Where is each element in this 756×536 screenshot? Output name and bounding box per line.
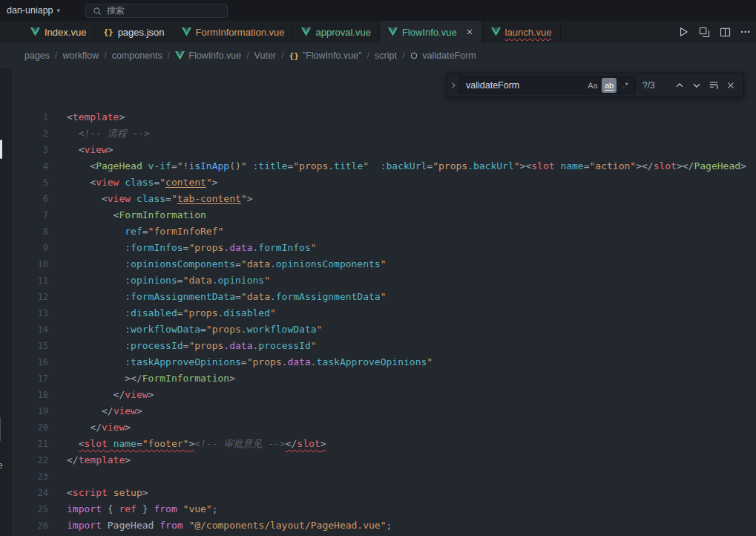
breadcrumb-validateform[interactable]: validateForm (410, 50, 476, 61)
titlebar-search[interactable]: 搜索 (85, 4, 228, 18)
breadcrumb-separator: / (246, 50, 249, 61)
breadcrumb-flowinfo-vue[interactable]: {}"FlowInfo.vue" (289, 50, 362, 61)
code-line-1[interactable]: 1<template> (0, 109, 756, 125)
find-close-button[interactable] (723, 77, 739, 94)
breadcrumb-separator: / (281, 50, 283, 61)
find-next-button[interactable] (688, 77, 705, 94)
toggle-replace-icon[interactable] (447, 73, 459, 97)
breadcrumb-separator: / (168, 50, 170, 61)
breadcrumb-flowinfo-vue[interactable]: FlowInfo.vue (175, 50, 241, 61)
code-line-21[interactable]: 21 <slot name="footer"><!-- 审批意见 --></sl… (0, 436, 756, 452)
regex-button[interactable]: .* (618, 78, 633, 93)
find-results-count: ?/3 (642, 80, 662, 91)
method-icon (410, 51, 418, 60)
code-line-15[interactable]: 15 :processId="props.data.processId" (0, 338, 756, 354)
workspace-menu[interactable]: dan-uniapp ▾ (0, 0, 67, 21)
code-line-16[interactable]: 16 :taskApproveOpinions="props.data.task… (0, 354, 756, 370)
breadcrumb-separator: / (402, 50, 404, 61)
find-widget: validateForm Aa ab .* ?/3 (447, 73, 744, 97)
sidebar-clipped-text: e (0, 460, 3, 471)
json-icon: {} (103, 27, 113, 37)
code-line-6[interactable]: 6 <view class="tab-content"> (0, 191, 756, 207)
code-line-23[interactable]: 23 (0, 468, 756, 485)
caret-down-icon: ▾ (57, 7, 61, 14)
search-icon (93, 7, 102, 16)
tab-label: Index.vue (45, 27, 86, 38)
tab-launch-vue[interactable]: launch.vue (483, 21, 561, 43)
tab-label: FlowInfo.vue (402, 27, 457, 38)
title-bar: dan-uniapp ▾ 搜索 (0, 0, 756, 21)
close-tab-icon[interactable] (465, 27, 474, 36)
vue-icon (388, 27, 398, 36)
vue-icon (491, 27, 501, 36)
titlebar-search-label: 搜索 (107, 4, 125, 17)
active-item-indicator (0, 140, 2, 159)
code-line-22[interactable]: 22</template> (0, 452, 756, 468)
code-line-14[interactable]: 14 :workflowData="props.workflowData" (0, 321, 756, 338)
find-in-selection-button[interactable] (706, 77, 722, 94)
braces-icon: {} (289, 51, 299, 61)
split-editor-button[interactable] (715, 22, 734, 42)
open-changes-button[interactable] (694, 22, 714, 42)
breadcrumb-pages[interactable]: pages (24, 50, 50, 61)
code-line-2[interactable]: 2 <!-- 流程 --> (0, 125, 756, 142)
breadcrumb-vuter[interactable]: Vuter (254, 50, 276, 61)
workspace-name: dan-uniapp (7, 5, 53, 16)
tab-list: Index.vue{}pages.jsonFormInformation.vue… (22, 21, 561, 43)
vue-icon (301, 27, 311, 36)
find-previous-button[interactable] (671, 77, 688, 94)
vue-icon (30, 27, 40, 36)
tab-approval-vue[interactable]: approval.vue (293, 21, 379, 43)
code-line-19[interactable]: 19 </view> (0, 403, 756, 419)
find-query-text: validateForm (466, 80, 584, 91)
editor: e 1<template>2 <!-- 流程 -->3 <view>4 <Pag… (0, 68, 756, 536)
tab-forminformation-vue[interactable]: FormInformation.vue (174, 21, 294, 43)
code-line-5[interactable]: 5 <view class="content"> (0, 174, 756, 191)
code-line-3[interactable]: 3 <view> (0, 142, 756, 158)
match-case-button[interactable]: Aa (585, 78, 600, 93)
tab-pages-json[interactable]: {}pages.json (95, 21, 173, 43)
tab-label: launch.vue (505, 27, 552, 38)
run-button[interactable] (674, 22, 693, 42)
breadcrumb-separator: / (367, 50, 369, 61)
code-line-12[interactable]: 12 :formAssignmentData="data.formAssignm… (0, 289, 756, 305)
code-line-11[interactable]: 11 :opinions="data.opinions" (0, 272, 756, 289)
tab-label: approval.vue (315, 27, 370, 38)
code-line-17[interactable]: 17 ></FormInformation> (0, 370, 756, 387)
tab-label: FormInformation.vue (196, 27, 285, 38)
tab-index-vue[interactable]: Index.vue (22, 21, 95, 43)
code-line-24[interactable]: 24<script setup> (0, 485, 756, 501)
tab-flowinfo-vue[interactable]: FlowInfo.vue (380, 21, 483, 43)
breadcrumb-separator: / (104, 50, 106, 61)
code-line-13[interactable]: 13 :disabled="props.disabled" (0, 305, 756, 321)
code-area[interactable]: 1<template>2 <!-- 流程 -->3 <view>4 <PageH… (0, 109, 756, 534)
sidebar-edge-line (0, 417, 1, 441)
editor-actions: ··· (674, 21, 756, 43)
code-line-4[interactable]: 4 <PageHead v-if="!isInApp()" :title="pr… (0, 158, 756, 174)
vue-icon (175, 51, 185, 60)
code-line-7[interactable]: 7 <FormInformation (0, 207, 756, 223)
tab-bar: Index.vue{}pages.jsonFormInformation.vue… (0, 21, 756, 43)
code-line-18[interactable]: 18 </view> (0, 387, 756, 403)
code-line-20[interactable]: 20 </view> (0, 419, 756, 436)
breadcrumb-script[interactable]: script (375, 50, 397, 61)
vue-icon (182, 27, 191, 36)
find-input[interactable]: validateForm Aa ab .* (459, 76, 636, 94)
breadcrumb-workflow[interactable]: workflow (63, 50, 99, 61)
breadcrumb: pages/workflow/components/FlowInfo.vue/V… (0, 43, 756, 68)
code-line-8[interactable]: 8 ref="formInfoRef" (0, 223, 756, 240)
breadcrumb-separator: / (55, 50, 57, 61)
code-line-10[interactable]: 10 :opinionsComponents="data.opinionsCom… (0, 256, 756, 272)
breadcrumb-components[interactable]: components (112, 50, 162, 61)
code-line-9[interactable]: 9 :formInfos="props.data.formInfos" (0, 240, 756, 256)
code-line-25[interactable]: 25import { ref } from "vue"; (0, 501, 756, 517)
tab-label: pages.json (118, 27, 165, 38)
code-line-26[interactable]: 26import PageHead from "@/components/lay… (0, 517, 756, 534)
whole-word-button[interactable]: ab (602, 78, 617, 93)
more-actions-button[interactable]: ··· (736, 22, 755, 42)
